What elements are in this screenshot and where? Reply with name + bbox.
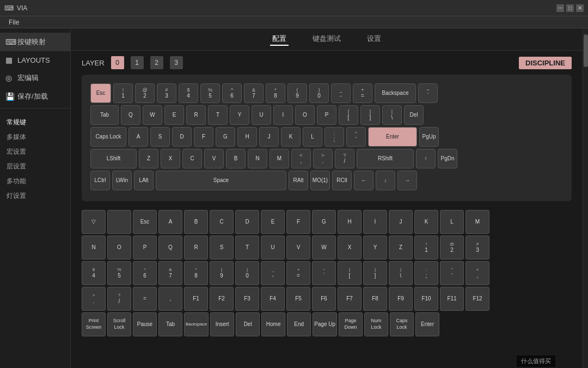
pkey-v[interactable]: V	[286, 236, 310, 260]
key-k[interactable]: K	[281, 127, 301, 147]
pkey-printscreen[interactable]: PrintScreen	[82, 312, 106, 336]
pkey-pequals[interactable]: + =	[286, 261, 310, 285]
key-quote[interactable]: " '	[346, 127, 366, 147]
pkey-f9[interactable]: F9	[389, 287, 413, 311]
key-space[interactable]: Space	[156, 171, 286, 190]
tab-settings[interactable]: 设置	[365, 33, 383, 46]
sidebar-item-macro[interactable]: ◎ 宏编辑	[0, 69, 70, 87]
pkey-p[interactable]: P	[133, 236, 157, 260]
pkey-o[interactable]: O	[107, 236, 131, 260]
pkey-f1[interactable]: F1	[184, 287, 208, 311]
pkey-pquote[interactable]: " '	[440, 261, 464, 285]
cat-media[interactable]: 多媒体	[2, 130, 68, 144]
pkey-p6[interactable]: ^ 6	[133, 261, 157, 285]
cat-multi[interactable]: 多功能	[2, 174, 68, 189]
key-lbracket[interactable]: { [	[339, 105, 358, 125]
key-tilde[interactable]: ~ `	[418, 83, 438, 103]
key-m[interactable]: M	[270, 149, 289, 168]
key-pgup[interactable]: PgUp	[419, 127, 439, 147]
key-lctrl[interactable]: LCtrl	[90, 171, 110, 190]
key-backslash[interactable]: | \	[382, 105, 402, 125]
key-e[interactable]: E	[164, 105, 184, 125]
pkey-prbracket[interactable]: } ]	[363, 261, 387, 285]
key-up[interactable]: ↑	[416, 149, 436, 168]
pkey-a[interactable]: A	[158, 210, 182, 234]
key-b[interactable]: B	[226, 149, 246, 168]
pkey-n[interactable]: N	[82, 236, 106, 260]
menu-file[interactable]: File	[4, 19, 23, 26]
key-y[interactable]: Y	[230, 105, 249, 125]
pkey-ptilde[interactable]: ~ `	[312, 261, 336, 285]
pkey-tab[interactable]: Tab	[158, 312, 182, 336]
key-enter[interactable]: Enter	[368, 127, 417, 147]
scrollbar[interactable]	[583, 28, 588, 368]
key-i[interactable]: I	[273, 105, 293, 125]
pkey-pageup[interactable]: Page Up	[313, 312, 337, 336]
key-u[interactable]: U	[252, 105, 271, 125]
pkey-backspace[interactable]: Backspace	[184, 312, 209, 336]
key-z[interactable]: Z	[139, 149, 158, 168]
cat-light[interactable]: 灯设置	[2, 189, 68, 203]
key-9[interactable]: ( 9	[287, 83, 307, 103]
pkey-c[interactable]: C	[210, 210, 234, 234]
pkey-p8[interactable]: * 8	[184, 261, 208, 285]
key-lshift[interactable]: LShift	[90, 149, 137, 168]
pkey-p4[interactable]: $ 4	[82, 261, 106, 285]
pkey-p0[interactable]: ) 0	[235, 261, 259, 285]
cat-layer[interactable]: 层设置	[2, 159, 68, 174]
pkey-f4[interactable]: F4	[261, 287, 285, 311]
layer-btn-3[interactable]: 3	[170, 56, 183, 69]
key-equals[interactable]: + =	[353, 83, 372, 103]
key-rshift[interactable]: RShift	[357, 149, 414, 168]
key-esc[interactable]: Esc	[90, 83, 111, 103]
pkey-s[interactable]: S	[210, 236, 234, 260]
layer-btn-0[interactable]: 0	[111, 56, 124, 69]
key-o[interactable]: O	[295, 105, 315, 125]
key-comma[interactable]: < ,	[291, 149, 311, 168]
key-capslock[interactable]: Caps Lock	[90, 127, 126, 147]
key-4[interactable]: $ 4	[179, 83, 198, 103]
key-period[interactable]: > .	[313, 149, 333, 168]
pkey-home[interactable]: Home	[261, 312, 285, 336]
pkey-k[interactable]: K	[414, 210, 438, 234]
pkey-numlock[interactable]: NumLock	[364, 312, 388, 336]
key-6[interactable]: ^ 6	[222, 83, 242, 103]
key-lalt[interactable]: LAlt	[134, 171, 154, 190]
pkey-pagedown[interactable]: PageDown	[339, 312, 363, 336]
pkey-p5[interactable]: % 5	[107, 261, 131, 285]
pkey-f11[interactable]: F11	[440, 287, 464, 311]
pkey-p1[interactable]: ! 1	[414, 236, 438, 260]
pkey-plbracket[interactable]: { [	[338, 261, 362, 285]
pkey-t[interactable]: T	[235, 236, 259, 260]
key-pgdn[interactable]: PgDn	[438, 149, 457, 168]
key-del[interactable]: Del	[404, 105, 424, 125]
key-minus[interactable]: _ -	[331, 83, 351, 103]
pkey-end[interactable]: End	[287, 312, 311, 336]
pkey-pause[interactable]: Pause	[133, 312, 157, 336]
key-left[interactable]: ←	[354, 171, 373, 190]
maximize-button[interactable]: □	[566, 4, 574, 12]
pkey-l[interactable]: L	[440, 210, 464, 234]
pkey-z[interactable]: Z	[389, 236, 413, 260]
pkey-m[interactable]: M	[465, 210, 489, 234]
pkey-pminus[interactable]: _ -	[261, 261, 285, 285]
pkey-e[interactable]: E	[261, 210, 285, 234]
key-tab[interactable]: Tab	[90, 105, 119, 125]
pkey-pcolon[interactable]: : ;	[414, 261, 438, 285]
key-5[interactable]: % 5	[200, 83, 220, 103]
pkey-p7[interactable]: & 7	[158, 261, 182, 285]
sidebar-item-keymap[interactable]: ⌨ 按键映射	[0, 33, 70, 51]
key-s[interactable]: S	[150, 127, 170, 147]
pkey-peq[interactable]: =	[133, 287, 157, 311]
pkey-p3[interactable]: # 3	[465, 236, 489, 260]
key-8[interactable]: * 8	[266, 83, 285, 103]
key-h[interactable]: H	[237, 127, 257, 147]
minimize-button[interactable]: ─	[556, 4, 564, 12]
pkey-b[interactable]: B	[184, 210, 208, 234]
key-lwin[interactable]: LWin	[112, 171, 132, 190]
pkey-d[interactable]: D	[235, 210, 259, 234]
sidebar-item-saveload[interactable]: 💾 保存/加载	[0, 87, 70, 106]
pkey-w[interactable]: W	[312, 236, 336, 260]
key-rctl[interactable]: RCtl	[332, 171, 352, 190]
pkey-f6[interactable]: F6	[312, 287, 336, 311]
